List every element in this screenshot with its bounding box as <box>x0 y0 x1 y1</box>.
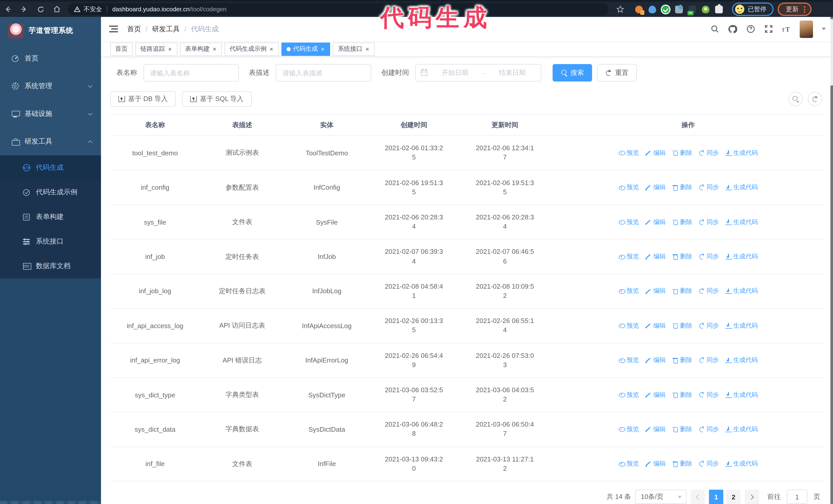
edit-link[interactable]: 编辑 <box>645 287 666 295</box>
sync-link[interactable]: 同步 <box>698 425 719 434</box>
edit-link[interactable]: 编辑 <box>645 390 666 399</box>
tab-code-generation[interactable]: 代码生成 × <box>281 43 330 56</box>
preview-link[interactable]: 预览 <box>618 425 639 434</box>
page-2-button[interactable]: 2 <box>727 490 741 504</box>
sidebar-subitem-form-builder[interactable]: 表单构建 <box>0 205 101 229</box>
goto-page-input[interactable] <box>787 490 807 504</box>
end-date-placeholder[interactable]: 结束日期 <box>489 68 536 78</box>
extension-icon-1[interactable] <box>635 5 643 13</box>
address-bar[interactable]: 不安全 dashboard.yudao.iocoder.cn/tool/code… <box>68 3 609 16</box>
extension-icon-7[interactable] <box>715 5 723 13</box>
sidebar-item-home[interactable]: 首页 <box>0 45 101 72</box>
edit-link[interactable]: 编辑 <box>645 183 666 192</box>
generate-code-link[interactable]: 生成代码 <box>725 321 758 330</box>
sync-link[interactable]: 同步 <box>698 149 719 158</box>
sidebar-subitem-code-generation[interactable]: 代码生成 <box>0 155 101 180</box>
url-path[interactable]: /tool/codegen <box>190 6 227 13</box>
close-icon[interactable]: × <box>365 46 370 52</box>
delete-link[interactable]: 删除 <box>672 356 692 364</box>
refresh-table-button[interactable] <box>808 92 822 106</box>
extension-icon-2[interactable] <box>648 5 656 13</box>
table-desc-input[interactable] <box>276 64 371 82</box>
sidebar-subitem-codegen-example[interactable]: 代码生成示例 <box>0 180 101 205</box>
browser-update-button[interactable]: 更新 <box>778 3 811 16</box>
generate-code-link[interactable]: 生成代码 <box>725 356 758 364</box>
reload-icon[interactable] <box>36 5 45 14</box>
app-logo[interactable]: 芋道管理系统 <box>0 17 101 45</box>
prev-page-button[interactable] <box>690 490 705 504</box>
sidebar-subitem-system-api[interactable]: 系统接口 <box>0 229 101 254</box>
generate-code-link[interactable]: 生成代码 <box>725 218 758 226</box>
bookmark-star-icon[interactable] <box>616 5 625 14</box>
sync-link[interactable]: 同步 <box>698 460 719 469</box>
generate-code-link[interactable]: 生成代码 <box>725 252 758 261</box>
sync-link[interactable]: 同步 <box>698 183 719 192</box>
preview-link[interactable]: 预览 <box>618 321 639 330</box>
search-icon[interactable] <box>710 25 719 34</box>
search-button[interactable]: 搜索 <box>553 64 592 82</box>
sidebar-item-infrastructure[interactable]: 基础设施 <box>0 100 101 128</box>
preview-link[interactable]: 预览 <box>618 183 639 192</box>
delete-link[interactable]: 删除 <box>672 321 692 330</box>
page-size-select[interactable]: 10条/页 <box>635 490 686 504</box>
back-icon[interactable] <box>3 5 12 14</box>
delete-link[interactable]: 删除 <box>672 218 692 226</box>
github-icon[interactable] <box>728 25 737 34</box>
tab-form-builder[interactable]: 表单构建 × <box>180 43 222 56</box>
sync-link[interactable]: 同步 <box>698 287 719 295</box>
tab-codegen-example[interactable]: 代码生成示例 × <box>224 43 279 56</box>
next-page-button[interactable] <box>745 490 759 504</box>
url-host[interactable]: dashboard.yudao.iocoder.cn <box>112 6 190 13</box>
sidebar-horizontal-scrollbar[interactable] <box>0 501 101 504</box>
page-1-button[interactable]: 1 <box>709 490 723 504</box>
tab-system-api[interactable]: 系统接口 × <box>333 43 375 56</box>
generate-code-link[interactable]: 生成代码 <box>725 425 758 434</box>
delete-link[interactable]: 删除 <box>672 252 692 261</box>
preview-link[interactable]: 预览 <box>618 149 639 158</box>
delete-link[interactable]: 删除 <box>672 287 692 295</box>
page-scrollbar[interactable] <box>830 17 833 504</box>
sidebar-item-dev-tools[interactable]: 研发工具 <box>0 128 101 155</box>
tab-home[interactable]: 首页 <box>110 43 133 56</box>
forward-icon[interactable] <box>20 5 29 14</box>
home-icon[interactable] <box>52 5 62 14</box>
preview-link[interactable]: 预览 <box>618 287 639 295</box>
sidebar-subitem-database-doc[interactable]: 数据库文档 <box>0 254 101 279</box>
show-search-toggle-button[interactable] <box>788 92 803 106</box>
preview-link[interactable]: 预览 <box>618 390 639 399</box>
extension-icon-3[interactable] <box>662 5 669 13</box>
browser-profile-chip[interactable]: 已暂停 <box>732 3 774 16</box>
delete-link[interactable]: 删除 <box>672 460 692 469</box>
import-from-sql-button[interactable]: 基于 SQL 导入 <box>182 92 252 107</box>
help-icon[interactable] <box>746 25 755 34</box>
preview-link[interactable]: 预览 <box>618 460 639 469</box>
preview-link[interactable]: 预览 <box>618 356 639 364</box>
sync-link[interactable]: 同步 <box>698 252 719 261</box>
generate-code-link[interactable]: 生成代码 <box>725 390 758 399</box>
preview-link[interactable]: 预览 <box>618 252 639 261</box>
edit-link[interactable]: 编辑 <box>645 149 666 158</box>
reset-button[interactable]: 重置 <box>597 64 637 82</box>
close-icon[interactable]: × <box>320 46 325 52</box>
user-avatar[interactable] <box>800 21 813 38</box>
start-date-placeholder[interactable]: 开始日期 <box>432 68 478 78</box>
edit-link[interactable]: 编辑 <box>645 356 666 364</box>
hamburger-icon[interactable] <box>109 26 118 32</box>
generate-code-link[interactable]: 生成代码 <box>725 149 758 158</box>
sidebar-item-system-management[interactable]: 系统管理 <box>0 72 101 100</box>
kebab-menu-icon[interactable] <box>804 6 805 13</box>
close-icon[interactable]: × <box>269 46 274 52</box>
preview-link[interactable]: 预览 <box>618 218 639 226</box>
not-secure-warning-icon[interactable] <box>74 6 80 12</box>
edit-link[interactable]: 编辑 <box>645 460 666 469</box>
edit-link[interactable]: 编辑 <box>645 252 666 261</box>
delete-link[interactable]: 删除 <box>672 390 692 399</box>
extension-icon-4[interactable] <box>675 5 683 13</box>
table-name-input[interactable] <box>143 64 239 82</box>
sync-link[interactable]: 同步 <box>698 390 719 399</box>
import-from-db-button[interactable]: 基于 DB 导入 <box>110 92 176 107</box>
breadcrumb-home[interactable]: 首页 <box>127 25 141 34</box>
delete-link[interactable]: 删除 <box>672 183 692 192</box>
fullscreen-icon[interactable] <box>764 25 773 34</box>
sync-link[interactable]: 同步 <box>698 356 719 364</box>
